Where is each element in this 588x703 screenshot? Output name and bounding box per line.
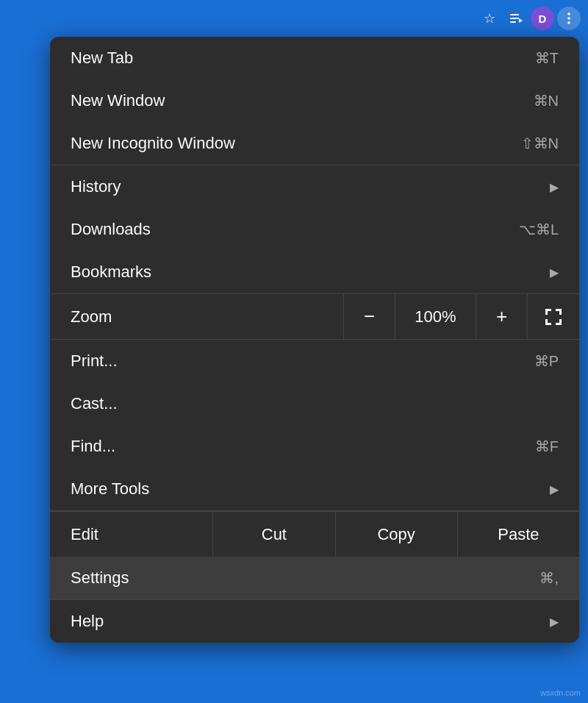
svg-rect-14 [559,319,562,325]
copy-button[interactable]: Copy [336,512,458,557]
watermark: wsxdn.com [540,688,581,697]
menu-item-print[interactable]: Print... ⌘P [50,340,579,382]
menu-item-new-window[interactable]: New Window ⌘N [50,79,579,122]
menu-section-nav: History ▶ Downloads ⌥⌘L Bookmarks ▶ [50,165,579,294]
profile-avatar[interactable]: D [531,7,554,30]
svg-point-6 [567,21,570,24]
menu-item-cast[interactable]: Cast... [50,382,579,425]
cut-button[interactable]: Cut [213,512,335,557]
chevron-right-icon: ▶ [550,615,559,629]
menu-item-more-tools[interactable]: More Tools ▶ [50,468,579,510]
svg-rect-12 [545,319,548,325]
menu-icon[interactable] [557,7,581,30]
edit-row: Edit Cut Copy Paste [50,511,579,557]
svg-rect-8 [545,309,548,315]
menu-item-downloads[interactable]: Downloads ⌥⌘L [50,208,579,251]
svg-rect-2 [510,21,516,23]
bookmark-icon[interactable]: ☆ [478,7,501,30]
menu-section-tools: Print... ⌘P Cast... Find... ⌘F More Tool… [50,340,579,511]
zoom-minus-button[interactable]: − [344,294,395,339]
playlist-icon[interactable] [504,7,528,30]
menu-item-history[interactable]: History ▶ [50,165,579,208]
menu-item-new-tab[interactable]: New Tab ⌘T [50,37,579,79]
menu-section-new: New Tab ⌘T New Window ⌘N New Incognito W… [50,37,579,165]
context-menu: New Tab ⌘T New Window ⌘N New Incognito W… [50,37,579,643]
zoom-fullscreen-button[interactable] [528,294,579,339]
svg-rect-0 [510,14,519,15]
menu-item-help[interactable]: Help ▶ [50,600,579,643]
menu-section-settings: Settings ⌘, [50,557,579,600]
svg-rect-1 [510,18,519,19]
chevron-right-icon: ▶ [550,482,559,496]
chevron-right-icon: ▶ [550,265,559,279]
menu-section-help: Help ▶ [50,600,579,643]
menu-item-settings[interactable]: Settings ⌘, [50,557,579,599]
menu-item-new-incognito[interactable]: New Incognito Window ⇧⌘N [50,122,579,165]
zoom-row: Zoom − 100% + [50,294,579,340]
svg-point-5 [567,17,570,20]
paste-button[interactable]: Paste [458,512,579,557]
menu-item-bookmarks[interactable]: Bookmarks ▶ [50,251,579,293]
zoom-label[interactable]: Zoom [50,294,344,339]
zoom-value: 100% [395,294,476,339]
svg-point-4 [567,13,570,15]
edit-label[interactable]: Edit [50,512,213,557]
zoom-controls: − 100% + [344,294,579,339]
menu-item-find[interactable]: Find... ⌘F [50,425,579,468]
svg-marker-3 [519,18,523,23]
chevron-right-icon: ▶ [550,180,559,194]
zoom-plus-button[interactable]: + [476,294,528,339]
svg-rect-10 [559,309,562,315]
chrome-toolbar: ☆ D [470,0,588,37]
